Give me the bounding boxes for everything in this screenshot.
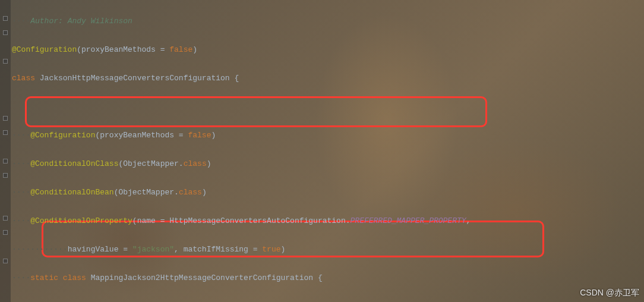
annotation: @Configuration: [12, 45, 77, 54]
code-text: (name = HttpMessageConvertersAutoConfigu…: [132, 216, 351, 225]
keyword: true: [262, 245, 280, 254]
fold-icon[interactable]: [3, 16, 8, 21]
indent-guide: ····: [12, 216, 30, 225]
watermark: CSDN @赤卫军: [580, 288, 639, 298]
annotation: @ConditionalOnProperty: [30, 216, 132, 225]
keyword: class: [184, 159, 207, 168]
code-text: ): [192, 45, 197, 54]
code-text: ): [207, 159, 211, 168]
code-line: [12, 100, 644, 114]
code-text: havingValue =: [68, 245, 132, 254]
editor-gutter: [0, 0, 11, 302]
indent-guide: ············: [12, 245, 68, 254]
code-line: ····Author: Andy Wilkinson: [12, 14, 644, 29]
indent-guide: ····: [12, 188, 30, 197]
code-text: (proxyBeanMethods =: [95, 131, 188, 140]
code-text: ): [281, 245, 286, 254]
code-text: ): [202, 188, 207, 197]
fold-icon[interactable]: [3, 159, 8, 163]
code-line: ····@ConditionalOnBean(ObjectMapper.clas…: [12, 185, 644, 200]
code-line: ····@ConditionalOnClass(ObjectMapper.cla…: [12, 157, 644, 171]
keyword: false: [188, 131, 211, 140]
fold-icon[interactable]: [3, 173, 8, 178]
indent-guide: ····: [12, 17, 30, 26]
fold-icon[interactable]: [3, 230, 8, 235]
code-comment: Author: Andy Wilkinson: [30, 17, 132, 26]
annotation: @ConditionalOnBean: [30, 188, 113, 197]
code-line: ····@Configuration(proxyBeanMethods = fa…: [12, 128, 644, 143]
code-line: ····static class MappingJackson2HttpMess…: [12, 271, 644, 285]
code-text: ,: [466, 216, 471, 225]
code-text: (proxyBeanMethods =: [77, 45, 169, 54]
fold-icon[interactable]: [3, 259, 8, 263]
code-line: [12, 300, 644, 302]
field-ref: PREFERRED_MAPPER_PROPERTY: [351, 216, 466, 225]
code-line: class JacksonHttpMessageConvertersConfig…: [12, 71, 644, 86]
code-text: ): [211, 131, 216, 140]
code-editor[interactable]: ····Author: Andy Wilkinson @Configuratio…: [12, 0, 644, 302]
code-text: (ObjectMapper.: [114, 188, 179, 197]
keyword: false: [169, 45, 192, 54]
keyword: class: [63, 273, 86, 282]
code-text: , matchIfMissing =: [174, 245, 262, 254]
fold-icon[interactable]: [3, 116, 8, 121]
annotation: @ConditionalOnClass: [30, 159, 118, 168]
indent-guide: ····: [12, 159, 30, 168]
code-line: ············havingValue = "jackson", mat…: [12, 243, 644, 257]
class-name: JacksonHttpMessageConvertersConfiguratio…: [35, 74, 239, 83]
string-literal: "jackson": [132, 245, 174, 254]
code-line: ····@ConditionalOnProperty(name = HttpMe…: [12, 214, 644, 228]
code-line: @Configuration(proxyBeanMethods = false): [12, 43, 644, 57]
fold-icon[interactable]: [3, 59, 8, 64]
fold-icon[interactable]: [3, 216, 8, 221]
code-text: (ObjectMapper.: [118, 159, 183, 168]
fold-icon[interactable]: [3, 130, 8, 135]
keyword: static: [30, 273, 63, 282]
indent-guide: ····: [12, 273, 30, 282]
keyword: class: [12, 74, 35, 83]
indent-guide: ····: [12, 131, 30, 140]
fold-icon[interactable]: [3, 30, 8, 35]
annotation: @Configuration: [30, 131, 95, 140]
keyword: class: [179, 188, 202, 197]
class-name: MappingJackson2HttpMessageConverterConfi…: [86, 273, 323, 282]
